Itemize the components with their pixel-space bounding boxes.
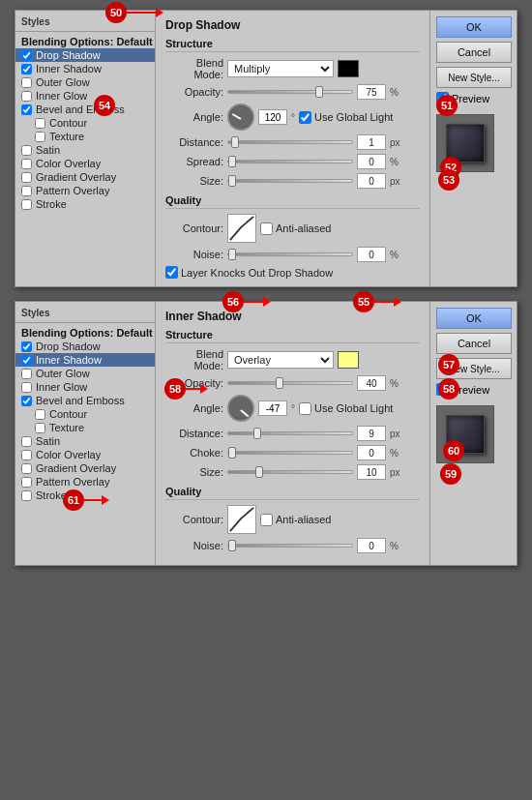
badge-53: 53 <box>438 169 459 191</box>
bevel-emboss-item[interactable]: Bevel and Emboss <box>15 103 155 116</box>
global-light-check-2[interactable]: Use Global Light <box>299 402 393 415</box>
layer-knocks-row[interactable]: Layer Knocks Out Drop Shadow <box>165 266 420 279</box>
button-panel-2: OK Cancel New Style... Preview <box>429 302 517 565</box>
styles-sidebar: Styles Blending Options: Default Drop Sh… <box>15 11 156 286</box>
satin-item[interactable]: Satin <box>15 143 155 157</box>
size-value-2[interactable]: 10 <box>357 464 386 480</box>
blending-options-item[interactable]: Blending Options: Default <box>15 35 155 48</box>
inner-shadow-item-2[interactable]: Inner Shadow <box>15 353 155 367</box>
contour-item[interactable]: Contour <box>15 116 155 130</box>
noise-value-2[interactable]: 0 <box>357 538 386 553</box>
inner-glow-item[interactable]: Inner Glow <box>15 89 155 103</box>
blend-mode-select[interactable]: Multiply <box>227 60 334 77</box>
size-unit-2: px <box>390 467 405 478</box>
badge-60: 60 <box>443 440 464 461</box>
spread-row: Spread: 0 % <box>165 154 420 169</box>
inner-shadow-dialog: 56 55 57 58 58 59 60 61 Styles Blendi <box>15 301 517 566</box>
blend-mode-select-2[interactable]: Overlay <box>227 351 334 369</box>
distance-slider[interactable] <box>227 140 353 144</box>
outer-glow-item-2[interactable]: Outer Glow <box>15 367 155 380</box>
choke-unit: % <box>390 448 405 459</box>
texture-item-2[interactable]: Texture <box>15 421 155 434</box>
inner-shadow-item[interactable]: Inner Shadow <box>15 62 155 75</box>
anti-alias-check[interactable]: Anti-aliased <box>260 222 331 235</box>
color-overlay-item-2[interactable]: Color Overlay <box>15 448 155 461</box>
global-light-check[interactable]: Use Global Light <box>299 111 393 124</box>
distance-value[interactable]: 1 <box>357 134 386 150</box>
gradient-overlay-item-2[interactable]: Gradient Overlay <box>15 461 155 475</box>
anti-alias-label-2: Anti-aliased <box>276 514 331 525</box>
contour-preview[interactable] <box>227 214 256 243</box>
distance-label: Distance: <box>165 136 223 148</box>
degree-symbol: ° <box>291 112 295 123</box>
opacity-value-2[interactable]: 40 <box>357 375 386 391</box>
choke-value[interactable]: 0 <box>357 445 386 460</box>
anti-alias-check-2[interactable]: Anti-aliased <box>260 514 331 526</box>
contour-row: Contour: Anti-aliased <box>165 214 420 243</box>
drop-shadow-item[interactable]: Drop Shadow <box>15 48 155 62</box>
drop-shadow-item-2[interactable]: Drop Shadow <box>15 340 155 353</box>
blend-color-swatch-2[interactable] <box>338 351 359 369</box>
noise-unit-2: % <box>390 541 405 551</box>
angle-dial-2[interactable] <box>227 395 254 422</box>
opacity-slider[interactable] <box>227 90 353 94</box>
noise-value[interactable]: 0 <box>357 247 386 262</box>
blending-options-item-2[interactable]: Blending Options: Default <box>15 326 155 340</box>
size-row-2: Size: 10 px <box>165 464 420 480</box>
color-overlay-item[interactable]: Color Overlay <box>15 157 155 170</box>
noise-slider-2[interactable] <box>227 544 353 548</box>
new-style-button[interactable]: New Style... <box>436 67 512 88</box>
quality-section-2: Quality Contour: Anti-aliased <box>165 486 420 553</box>
pattern-overlay-item[interactable]: Pattern Overlay <box>15 184 155 197</box>
pattern-overlay-item-2[interactable]: Pattern Overlay <box>15 475 155 489</box>
spread-slider[interactable] <box>227 160 353 163</box>
choke-label: Choke: <box>165 447 223 459</box>
distance-unit-2: px <box>390 429 405 439</box>
distance-label-2: Distance: <box>165 428 223 439</box>
angle-value-2[interactable]: -47 <box>258 400 287 416</box>
size-slider[interactable] <box>227 179 353 183</box>
gradient-overlay-item[interactable]: Gradient Overlay <box>15 170 155 184</box>
stroke-item[interactable]: Stroke <box>15 197 155 211</box>
opacity-value[interactable]: 75 <box>357 84 386 100</box>
button-panel: OK Cancel New Style... Preview <box>429 11 517 286</box>
section-title: Drop Shadow <box>165 18 420 32</box>
texture-item[interactable]: Texture <box>15 130 155 143</box>
choke-slider[interactable] <box>227 451 353 455</box>
cancel-button[interactable]: Cancel <box>436 42 512 63</box>
contour-row-2: Contour: Anti-aliased <box>165 505 420 534</box>
angle-value[interactable]: 120 <box>258 109 287 125</box>
badge-59: 59 <box>440 463 461 485</box>
ok-button-2[interactable]: OK <box>436 308 512 329</box>
angle-dial[interactable] <box>227 104 254 131</box>
noise-row-2: Noise: 0 % <box>165 538 420 553</box>
size-slider-2[interactable] <box>227 470 353 474</box>
outer-glow-item[interactable]: Outer Glow <box>15 75 155 89</box>
distance-value-2[interactable]: 9 <box>357 426 386 441</box>
quality-section: Quality Contour: Anti-aliased <box>165 194 420 279</box>
opacity-slider-2[interactable] <box>227 381 353 385</box>
distance-row: Distance: 1 px <box>165 134 420 150</box>
distance-slider-2[interactable] <box>227 431 353 435</box>
satin-item-2[interactable]: Satin <box>15 434 155 448</box>
cancel-button-2[interactable]: Cancel <box>436 333 512 354</box>
blend-color-swatch[interactable] <box>338 60 359 77</box>
badge-56: 56 <box>222 291 244 312</box>
inner-glow-item-2[interactable]: Inner Glow <box>15 380 155 394</box>
spread-value[interactable]: 0 <box>357 154 386 169</box>
badge-61: 61 <box>63 489 84 511</box>
contour-item-2[interactable]: Contour <box>15 407 155 421</box>
size-value[interactable]: 0 <box>357 173 386 189</box>
badge-58a: 58 <box>164 378 186 400</box>
contour-preview-2[interactable] <box>227 505 256 534</box>
noise-slider[interactable] <box>227 252 353 256</box>
ok-button[interactable]: OK <box>436 16 512 38</box>
badge-54: 54 <box>94 95 115 116</box>
angle-row: Angle: 120 ° Use Global Light <box>165 104 420 131</box>
structure-title: Structure <box>165 38 420 52</box>
noise-row: Noise: 0 % <box>165 247 420 262</box>
size-label-2: Size: <box>165 466 223 478</box>
badge-57: 57 <box>438 354 459 375</box>
badge-55: 55 <box>353 291 374 312</box>
bevel-emboss-item-2[interactable]: Bevel and Emboss <box>15 394 155 407</box>
